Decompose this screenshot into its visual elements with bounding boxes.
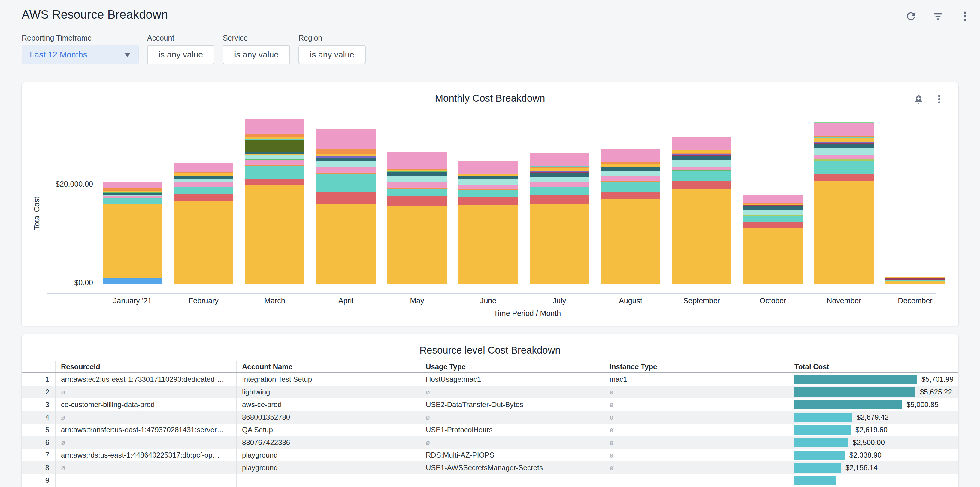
column-header-usage-type[interactable]: Usage Type xyxy=(420,361,604,372)
cell-instance-type[interactable]: ø xyxy=(604,436,789,449)
bar-segment[interactable] xyxy=(672,160,732,166)
stacked-bar-september[interactable] xyxy=(672,137,732,284)
cell-instance-type[interactable]: ø xyxy=(604,386,789,398)
cell-account-name[interactable]: 868001352780 xyxy=(236,411,420,423)
bar-segment[interactable] xyxy=(387,176,447,182)
row-number[interactable]: 4 xyxy=(22,411,55,423)
cell-usage-type[interactable]: ø xyxy=(420,436,604,449)
bar-segment[interactable] xyxy=(174,182,233,187)
cell-account-name[interactable]: Integration Test Setup xyxy=(236,373,420,386)
cell-total-cost[interactable]: $2,338.90 xyxy=(789,449,958,461)
column-header-account-name[interactable]: Account Name xyxy=(236,361,420,372)
bar-segment[interactable] xyxy=(316,154,375,156)
stacked-bar-february[interactable] xyxy=(174,163,233,284)
cell-resource-id[interactable]: arn:aws:rds:us-east-1:448640225317:db:pc… xyxy=(55,449,236,461)
bar-segment[interactable] xyxy=(245,134,304,137)
bar-segment[interactable] xyxy=(316,174,375,192)
cell-resource-id[interactable]: ø xyxy=(55,436,236,449)
cell-instance-type[interactable]: ø xyxy=(604,449,789,461)
bar-segment[interactable] xyxy=(316,129,375,149)
row-number[interactable]: 5 xyxy=(22,423,55,436)
bar-segment[interactable] xyxy=(672,150,732,153)
row-number[interactable]: 3 xyxy=(22,398,55,411)
cell-usage-type[interactable]: ø xyxy=(420,411,604,423)
alert-bell-icon[interactable] xyxy=(913,94,925,105)
service-filter-button[interactable]: is any value xyxy=(223,45,290,64)
bar-segment[interactable] xyxy=(245,119,304,134)
bar-segment[interactable] xyxy=(458,205,518,284)
cell-total-cost[interactable]: $2,679.42 xyxy=(789,411,958,423)
bar-segment[interactable] xyxy=(530,187,589,195)
bar-segment[interactable] xyxy=(174,201,233,284)
bar-segment[interactable] xyxy=(174,163,233,172)
reporting-timeframe-dropdown[interactable]: Last 12 Months xyxy=(22,45,139,64)
bar-segment[interactable] xyxy=(245,160,304,165)
bar-segment[interactable] xyxy=(814,155,874,159)
bar-segment[interactable] xyxy=(672,137,732,150)
bar-segment[interactable] xyxy=(387,196,447,206)
bar-segment[interactable] xyxy=(245,140,304,152)
cell-total-cost[interactable]: $5,701.99 xyxy=(789,373,958,386)
bar-segment[interactable] xyxy=(530,195,589,204)
stacked-bar-august[interactable] xyxy=(601,149,660,284)
bar-segment[interactable] xyxy=(174,187,233,195)
bar-segment[interactable] xyxy=(672,171,732,181)
column-header-resourceid[interactable]: ResourceId xyxy=(55,361,236,372)
bar-segment[interactable] xyxy=(103,278,162,284)
cell-usage-type[interactable]: ø xyxy=(420,386,604,398)
bar-segment[interactable] xyxy=(601,163,660,167)
cell-usage-type[interactable]: USE2-DataTransfer-Out-Bytes xyxy=(420,398,604,411)
cell-account-name[interactable]: playground xyxy=(236,461,420,474)
stacked-bar-october[interactable] xyxy=(743,195,803,284)
cell-account-name[interactable]: 830767422336 xyxy=(236,436,420,449)
bar-segment[interactable] xyxy=(245,137,304,139)
cell-resource-id[interactable]: ø xyxy=(55,411,236,423)
bar-segment[interactable] xyxy=(458,197,518,205)
cell-total-cost[interactable]: $5,625.22 xyxy=(789,386,958,398)
bar-segment[interactable] xyxy=(672,166,732,170)
cell-account-name[interactable]: lightwing xyxy=(236,386,420,398)
bar-segment[interactable] xyxy=(530,172,589,177)
bar-segment[interactable] xyxy=(316,149,375,154)
row-number[interactable]: 1 xyxy=(22,373,55,386)
bar-segment[interactable] xyxy=(458,185,518,189)
more-menu-icon[interactable] xyxy=(958,10,972,23)
bar-segment[interactable] xyxy=(458,161,518,174)
bar-segment[interactable] xyxy=(458,190,518,197)
stacked-bar-november[interactable] xyxy=(814,122,874,284)
cell-usage-type[interactable]: RDS:Multi-AZ-PIOPS xyxy=(420,449,604,461)
bar-segment[interactable] xyxy=(245,155,304,159)
bar-segment[interactable] xyxy=(316,158,375,161)
bar-segment[interactable] xyxy=(601,199,660,284)
cell-total-cost[interactable]: $5,000.85 xyxy=(789,398,958,411)
bar-segment[interactable] xyxy=(601,176,660,181)
bar-segment[interactable] xyxy=(316,204,375,284)
bar-segment[interactable] xyxy=(387,206,447,284)
bar-segment[interactable] xyxy=(601,149,660,162)
cell-resource-id[interactable]: ø xyxy=(55,461,236,474)
bar-segment[interactable] xyxy=(743,209,803,215)
bar-segment[interactable] xyxy=(387,172,447,176)
bar-segment[interactable] xyxy=(530,153,589,166)
bar-segment[interactable] xyxy=(814,161,874,174)
bar-segment[interactable] xyxy=(743,195,803,203)
bar-segment[interactable] xyxy=(174,179,233,182)
bar-segment[interactable] xyxy=(316,192,375,204)
bar-segment[interactable] xyxy=(103,196,162,199)
bar-segment[interactable] xyxy=(174,195,233,201)
bar-segment[interactable] xyxy=(814,174,874,180)
bar-segment[interactable] xyxy=(601,192,660,199)
bar-segment[interactable] xyxy=(672,156,732,160)
bar-segment[interactable] xyxy=(601,167,660,171)
cell-resource-id[interactable]: arn:aws:transfer:us-east-1:479370281431:… xyxy=(55,423,236,436)
cell-instance-type[interactable] xyxy=(604,474,789,487)
bar-segment[interactable] xyxy=(316,167,375,173)
cell-total-cost[interactable] xyxy=(789,474,958,487)
bar-segment[interactable] xyxy=(103,188,162,191)
bar-segment[interactable] xyxy=(387,182,447,188)
bar-segment[interactable] xyxy=(245,179,304,185)
bar-segment[interactable] xyxy=(174,174,233,176)
bar-segment[interactable] xyxy=(103,182,162,188)
bar-segment[interactable] xyxy=(245,166,304,179)
cell-resource-id[interactable] xyxy=(55,474,236,487)
